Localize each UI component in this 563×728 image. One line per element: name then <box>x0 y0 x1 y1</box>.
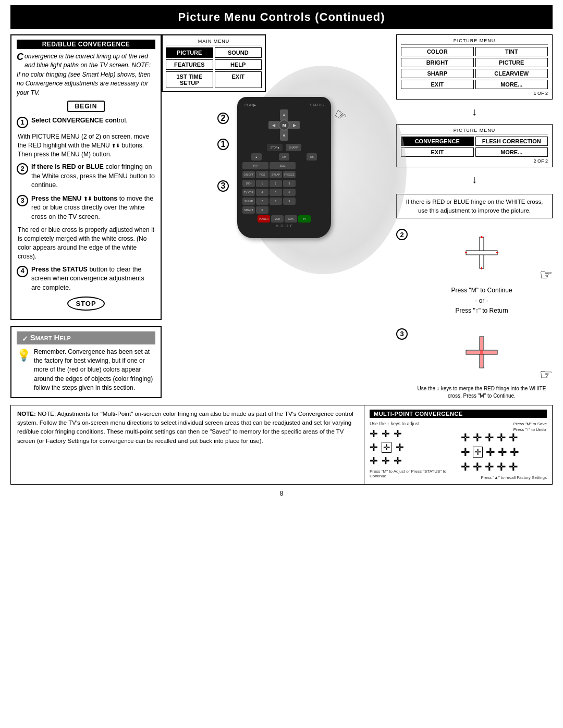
on-off-btn[interactable]: ON OFF <box>242 171 255 178</box>
e-label: E <box>290 224 293 228</box>
page-title: Picture Menu Controls (Continued) <box>10 5 553 29</box>
mpc-cross-grid: ✛ ✛ ✛ ✛ ✛ ✛ ✛ ✛ ✛ <box>370 428 456 467</box>
num0[interactable]: 0 <box>256 206 268 214</box>
mpc-right: Press "M" to Save Press "↑" to Undo ✛ ✛ … <box>461 421 547 480</box>
remote-control: PLAY▶ STATUS ▲ ▼ ◀ ▶ M STOP■ SHA <box>227 97 341 238</box>
large-row-1: ✛ ✛ ✛ ✛ ✛ <box>461 431 547 444</box>
bottom-note-text: NOTE: NOTE: Adjustments for "Multi-Point… <box>17 410 358 446</box>
dpad-up[interactable]: ▲ <box>280 109 288 120</box>
size-btn[interactable]: SIZE <box>270 162 296 169</box>
o-label: O <box>280 224 283 228</box>
num3[interactable]: 3 <box>283 180 296 187</box>
step-2-content: If there is RED or BLUE color fringing o… <box>31 163 155 190</box>
picture-menu-2-box: PICTURE MENU CONVERGENCE FLESH CORRECTIO… <box>396 124 553 167</box>
left-column: RED/BLUE CONVERGENCE C onvergence is the… <box>10 34 162 400</box>
mpc-title: MULTI-POINT CONVERGENCE <box>370 410 547 418</box>
100-btn[interactable]: 100+ <box>242 180 255 187</box>
menu-picture[interactable]: PICTURE <box>166 47 213 58</box>
pm1-exit[interactable]: EXIT <box>401 80 474 89</box>
pm1-sharp[interactable]: SHARP <box>401 69 474 78</box>
diagram-step-3-content: ☞ Use the ↕ keys to merge the RED fringe… <box>411 328 553 400</box>
pos-btn[interactable]: POS <box>256 171 268 178</box>
pm2-convergence[interactable]: CONVERGENCE <box>401 137 474 146</box>
merged-note: The red or blue cross is properly adjust… <box>17 226 155 261</box>
cross-7: ✛ <box>370 455 377 467</box>
pm2-more[interactable]: MORE... <box>475 147 548 157</box>
menu-features[interactable]: FEATURES <box>166 59 213 70</box>
large-row-2: ✛ ✛ ✛ ✛ ✛ <box>461 446 547 459</box>
pm1-clearview[interactable]: CLEARVIEW <box>475 69 548 78</box>
save-undo-note: Press "M" to Save Press "↑" to Undo <box>513 421 547 433</box>
lg-cross-12: ✛ <box>473 461 482 473</box>
lg-cross-10: ✛ <box>510 446 519 459</box>
pm1-picture[interactable]: PICTURE <box>475 58 548 67</box>
menu-exit[interactable]: EXIT <box>215 71 262 88</box>
sleep-btn[interactable]: SLEEP <box>242 198 255 205</box>
picture-menu-1-label: PICTURE MENU <box>401 38 548 45</box>
num7[interactable]: 7 <box>256 198 268 205</box>
vcr-mode-btn[interactable]: VCR <box>271 215 284 223</box>
remote-step-2: 2 <box>217 113 229 124</box>
begin-button[interactable]: BEGIN <box>67 101 104 112</box>
step-4-num: 4 <box>17 266 28 277</box>
smart-btn[interactable]: SMART <box>242 206 255 214</box>
menu-setup[interactable]: 1ST TIME SETUP <box>166 71 213 88</box>
step-4-content: Press the STATUS button to clear the scr… <box>31 265 155 293</box>
num5[interactable]: 5 <box>270 189 282 196</box>
lg-cross-11: ✛ <box>461 461 470 473</box>
dpad[interactable]: ▲ ▼ ◀ ▶ M <box>268 109 300 141</box>
arrow-down-2: ↓ <box>396 174 553 186</box>
center-column: MAIN MENU PICTURE SOUND FEATURES HELP 1S… <box>167 34 391 400</box>
num2[interactable]: 2 <box>270 180 282 187</box>
dpad-left[interactable]: ◀ <box>268 121 279 129</box>
step-4: 4 Press the STATUS button to clear the s… <box>17 265 155 293</box>
pip-btn[interactable]: PIP <box>242 162 268 169</box>
num8[interactable]: 8 <box>270 198 282 205</box>
pm1-tint[interactable]: TINT <box>475 47 548 56</box>
play-label: PLAY▶ <box>244 103 256 107</box>
freeze-btn[interactable]: FREEZE <box>283 171 296 178</box>
lg-cross-3: ✛ <box>485 431 494 444</box>
menu-help[interactable]: HELP <box>215 59 262 70</box>
num6[interactable]: 6 <box>283 189 296 196</box>
sw-ap-btn[interactable]: SW AP <box>270 171 282 178</box>
main-menu-box: MAIN MENU PICTURE SOUND FEATURES HELP 1S… <box>162 34 266 92</box>
large-row-3: ✛ ✛ ✛ ✛ ✛ <box>461 461 547 473</box>
tv-vcr-btn[interactable]: TV VCR <box>242 189 255 196</box>
ch-up[interactable]: CH <box>279 153 289 161</box>
cross-6: ✛ <box>396 442 403 453</box>
convergence-info-box: If there is RED or BLUE fringe on the WH… <box>396 194 553 218</box>
press-m-text: Press "M" to Continue- or -Press "↑" to … <box>411 286 553 316</box>
stop-button[interactable]: STOP <box>67 297 104 311</box>
diagram-step-2-num: 2 <box>396 229 408 240</box>
svg-rect-1 <box>466 251 497 255</box>
aux-btn[interactable]: AUX <box>285 215 297 223</box>
cross-8: ✛ <box>382 455 389 467</box>
step-2: 2 If there is RED or BLUE color fringing… <box>17 163 155 190</box>
step-1-content: Select CONVERGENCE control. <box>31 116 155 126</box>
stop-btn[interactable]: STOP■ <box>267 144 283 151</box>
dpad-center-m[interactable]: M <box>278 119 290 131</box>
pm1-bright[interactable]: BRIGHT <box>401 58 474 67</box>
dpad-right[interactable]: ▶ <box>289 121 300 129</box>
step-1: 1 Select CONVERGENCE control. <box>17 116 155 128</box>
vol-up[interactable]: ▲ <box>251 153 262 161</box>
cross-2: ✛ <box>382 428 389 440</box>
tv-btn[interactable]: TV <box>298 215 311 223</box>
power-btn[interactable]: POWER <box>258 215 270 223</box>
pm2-flesh[interactable]: FLESH CORRECTION <box>475 137 548 146</box>
sharp-btn[interactable]: SHARP <box>286 144 301 151</box>
picture-menu-1-page: 1 OF 2 <box>401 91 548 96</box>
pm2-exit[interactable]: EXIT <box>401 147 474 157</box>
dpad-down[interactable]: ▼ <box>280 130 288 141</box>
num4[interactable]: 4 <box>256 189 268 196</box>
arrow-down-1: ↓ <box>396 106 553 118</box>
menu-sound[interactable]: SOUND <box>215 47 262 58</box>
num1[interactable]: 1 <box>256 180 268 187</box>
num9[interactable]: 9 <box>283 198 296 205</box>
pm1-more[interactable]: MORE... <box>475 80 548 89</box>
step-3-content: Press the MENU ⬆⬇ buttons to move the re… <box>31 194 155 222</box>
pm1-color[interactable]: COLOR <box>401 47 474 56</box>
dpad-area[interactable]: ▲ ▼ ◀ ▶ M <box>242 109 326 141</box>
ok-btn[interactable]: OK <box>307 153 317 161</box>
